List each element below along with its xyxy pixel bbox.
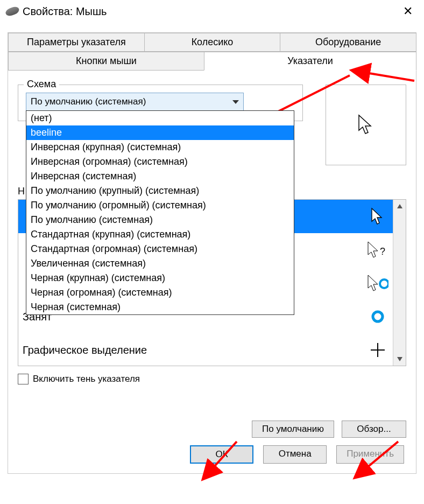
scheme-group: Схема По умолчанию (системная) (нет) bee… [18,85,303,121]
tab-hardware[interactable]: Оборудование [280,33,416,52]
scheme-option[interactable]: По умолчанию (крупный) (системная) [26,184,294,198]
svg-point-2 [373,312,383,321]
scheme-option[interactable]: Стандартная (крупная) (системная) [26,227,294,242]
window-title: Свойства: Мышь [19,5,397,18]
crosshair-cursor-icon [367,342,388,358]
titlebar: Свойства: Мышь ✕ [0,0,424,23]
scrollbar[interactable] [393,200,406,366]
scheme-option[interactable]: Черная (крупная) (системная) [26,271,294,285]
tab-pointers[interactable]: Указатели [204,52,416,71]
tab-pointer-options[interactable]: Параметры указателя [8,33,145,52]
dialog-body: Параметры указателя Колесико Оборудовани… [8,32,416,474]
mouse-icon [4,5,20,17]
scheme-option[interactable]: Инверсная (огромная) (системная) [26,155,294,169]
tabs-row-upper: Параметры указателя Колесико Оборудовани… [8,33,416,52]
scheme-option[interactable]: По умолчанию (огромный) (системная) [26,198,294,213]
scheme-option[interactable]: Увеличенная (системная) [26,256,294,271]
scheme-option[interactable]: По умолчанию (системная) [26,213,294,227]
shadow-checkbox[interactable] [18,374,29,384]
scroll-up-button[interactable] [393,200,406,213]
browse-button[interactable]: Обзор... [342,421,406,438]
scheme-option[interactable]: Стандартная (огромная) (системная) [26,242,294,256]
arrow-cursor-icon [358,114,374,136]
scroll-track[interactable] [393,213,406,353]
tab-wheel[interactable]: Колесико [144,33,281,52]
scheme-combobox[interactable]: По умолчанию (системная) [26,93,244,111]
scheme-option[interactable]: (нет) [26,111,294,125]
defaults-button[interactable]: По умолчанию [252,421,334,438]
chevron-down-icon [232,100,239,104]
svg-text:?: ? [380,246,385,257]
scheme-option[interactable]: Инверсная (крупная) (системная) [26,140,294,155]
scheme-selected-text: По умолчанию (системная) [31,96,232,107]
cursor-preview [326,85,406,165]
tab-content: Схема По умолчанию (системная) (нет) bee… [8,71,416,384]
scheme-buttons-row: По умолчанию Обзор... [252,421,406,438]
apply-button[interactable]: Применить [336,445,404,464]
shadow-checkbox-label: Включить тень указателя [33,374,140,384]
busy-ring-icon [367,309,388,325]
tabs-row-lower: Кнопки мыши Указатели [8,52,416,71]
arrow-help-cursor-icon: ? [367,241,388,259]
scheme-option[interactable]: beeline [26,125,294,140]
scheme-dropdown[interactable]: (нет) beeline Инверсная (крупная) (систе… [26,110,294,315]
cursor-label: Графическое выделение [23,344,367,356]
scheme-group-label: Схема [24,79,59,90]
ok-button[interactable]: ОК [190,445,253,464]
arrow-cursor-icon [367,207,388,226]
cursor-row[interactable]: Графическое выделение [18,333,393,367]
cancel-button[interactable]: Отмена [263,445,327,464]
close-button[interactable]: ✕ [397,4,419,18]
svg-point-1 [380,279,388,288]
dialog-footer: ОК Отмена Применить [190,445,404,464]
shadow-checkbox-row: Включить тень указателя [18,374,406,384]
arrow-busy-cursor-icon [367,274,388,292]
tab-buttons[interactable]: Кнопки мыши [8,52,204,71]
scheme-option[interactable]: Черная (системная) [26,300,294,314]
scheme-option[interactable]: Инверсная (системная) [26,169,294,184]
scheme-option[interactable]: Черная (огромная) (системная) [26,285,294,300]
scroll-down-button[interactable] [393,353,406,366]
